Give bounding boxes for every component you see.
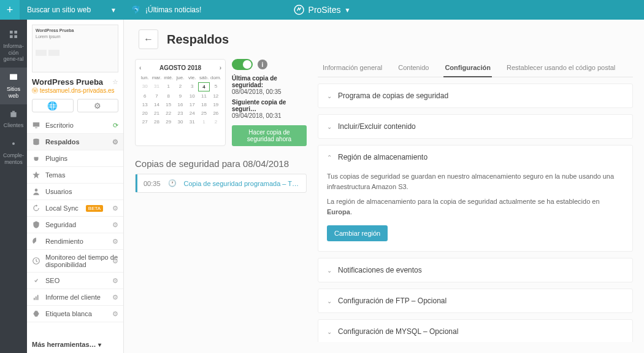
panel-include-head[interactable]: ⌄Incluir/Excluir contenido <box>318 115 632 138</box>
nav-security[interactable]: Seguridad⚙ <box>27 217 123 233</box>
calendar-day[interactable]: 25 <box>198 109 209 117</box>
nav-performance[interactable]: Rendimiento⚙ <box>27 233 123 250</box>
calendar-day[interactable]: 1 <box>198 118 209 126</box>
nav-desktop[interactable]: Escritorio⟳ <box>27 117 123 134</box>
calendar-day[interactable]: 1 <box>163 82 174 91</box>
panel-storage-head[interactable]: ⌃Región de almacenamiento <box>318 145 632 169</box>
add-button[interactable]: + <box>0 0 20 20</box>
calendar-dow: vie. <box>186 74 197 82</box>
rail-label: Comple-mentos <box>1 152 26 166</box>
chevron-down-icon: ⌄ <box>327 93 332 99</box>
news-banner[interactable]: 🐬 ¡Últimas noticias! <box>124 6 209 14</box>
backup-toggle[interactable] <box>232 59 253 70</box>
star-icon[interactable]: ☆ <box>112 78 118 86</box>
calendar-day[interactable]: 27 <box>139 118 150 126</box>
calendar-day[interactable]: 30 <box>175 118 186 126</box>
more-tools[interactable]: Más herramientas… ▾ <box>27 336 123 353</box>
nav-report[interactable]: Informe del cliente⚙ <box>27 289 123 306</box>
backup-now-button[interactable]: Hacer copia de seguridad ahora <box>232 125 307 146</box>
nav-themes[interactable]: Temas <box>27 167 123 184</box>
calendar-next[interactable]: › <box>220 64 221 71</box>
calendar-day[interactable]: 8 <box>163 92 174 100</box>
calendar-prev[interactable]: ‹ <box>139 64 141 71</box>
nav-uptime[interactable]: Monitoreo del tiempo de disponibilidad⚙ <box>27 250 123 273</box>
nav-users[interactable]: Usuarios <box>27 184 123 200</box>
nav-backups[interactable]: Respaldos⚙ <box>27 134 123 150</box>
nav-whitelabel[interactable]: Etiqueta blanca⚙ <box>27 306 123 322</box>
calendar-day[interactable]: 21 <box>151 109 162 117</box>
backup-time: 00:35 <box>144 180 161 187</box>
gear-icon[interactable]: ⚙ <box>112 221 118 229</box>
calendar-day[interactable]: 28 <box>151 118 162 126</box>
calendar-day[interactable]: 4 <box>198 82 209 91</box>
rail-item-overview[interactable]: Informa-ción gene-ral <box>0 25 27 68</box>
calendar-day[interactable]: 29 <box>163 118 174 126</box>
nav-local-sync[interactable]: Local SyncBETA⚙ <box>27 200 123 217</box>
tab-restore[interactable]: Restablecer usando el código postal <box>505 59 616 77</box>
calendar-day[interactable]: 22 <box>163 109 174 117</box>
calendar-day[interactable]: 14 <box>151 101 162 109</box>
calendar-day[interactable]: 18 <box>198 101 209 109</box>
backup-desc: Copia de seguridad programada – T… <box>184 180 299 187</box>
calendar-day[interactable]: 19 <box>210 101 221 109</box>
panel-schedule-head[interactable]: ⌄Programa de copias de seguridad <box>318 84 632 107</box>
tab-overview[interactable]: Información general <box>321 59 383 77</box>
gear-icon[interactable]: ⚙ <box>112 138 118 146</box>
change-region-button[interactable]: Cambiar región <box>327 225 388 241</box>
gear-icon[interactable]: ⚙ <box>112 293 118 301</box>
nav-plugins[interactable]: Plugins <box>27 150 123 167</box>
calendar-day[interactable]: 9 <box>175 92 186 100</box>
gear-icon[interactable]: ⚙ <box>112 310 118 318</box>
gear-icon[interactable]: ⚙ <box>112 277 118 285</box>
panel-mysql-head[interactable]: ⌄Configuración de MYSQL – Opcional <box>318 320 632 342</box>
panel-ftp-head[interactable]: ⌄Configuración de FTP – Opcional <box>318 289 632 312</box>
calendar-day[interactable]: 31 <box>151 82 162 91</box>
rail-item-addons[interactable]: Comple-mentos <box>0 134 27 170</box>
panel-events-head[interactable]: ⌄Notificaciones de eventos <box>318 258 632 282</box>
rail-item-sites[interactable]: Sitios web <box>0 68 27 104</box>
clock-icon: 🕐 <box>168 179 177 187</box>
calendar-day[interactable]: 23 <box>175 109 186 117</box>
calendar-day[interactable]: 6 <box>139 92 150 100</box>
back-button[interactable]: ← <box>139 29 158 49</box>
site-thumbnail[interactable]: WordPress Prueba Lorem ipsum <box>32 25 118 72</box>
info-icon[interactable]: i <box>258 60 267 69</box>
calendar-day[interactable]: 24 <box>186 109 197 117</box>
calendar-day[interactable]: 5 <box>210 82 221 91</box>
site-search-dropdown[interactable]: Buscar un sitio web ▼ <box>20 6 124 14</box>
site-action-2[interactable]: ⚙ <box>77 99 119 112</box>
nav-seo[interactable]: SEO⚙ <box>27 273 123 289</box>
gear-icon[interactable]: ⚙ <box>112 257 118 265</box>
last-backup-label: Última copia de seguridad: <box>232 75 307 88</box>
calendar-day[interactable]: 13 <box>139 101 150 109</box>
rail-item-clients[interactable]: Clientes <box>0 104 27 134</box>
calendar-day[interactable]: 15 <box>163 101 174 109</box>
panel-events: ⌄Notificaciones de eventos <box>318 258 633 282</box>
calendar-day[interactable]: 2 <box>175 82 186 91</box>
chevron-down-icon: ⌄ <box>327 298 332 305</box>
calendar-day[interactable]: 2 <box>210 118 221 126</box>
next-backup-value: 09/04/2018, 00:31 <box>232 112 307 119</box>
gear-icon[interactable]: ⚙ <box>112 238 118 246</box>
calendar-day[interactable]: 12 <box>210 92 221 100</box>
app-logo[interactable]: ProSites ▼ <box>294 4 351 15</box>
calendar-day[interactable]: 16 <box>175 101 186 109</box>
site-action-1[interactable]: 🌐 <box>32 99 74 112</box>
chevron-down-icon: ⌄ <box>327 123 332 130</box>
calendar-day[interactable]: 3 <box>186 82 197 91</box>
calendar-day[interactable]: 26 <box>210 109 221 117</box>
calendar-day[interactable]: 10 <box>186 92 197 100</box>
tab-content[interactable]: Contenido <box>397 59 430 77</box>
site-url[interactable]: ⓦ testsamuel.dns-privadas.es <box>27 87 123 99</box>
calendar-day[interactable]: 20 <box>139 109 150 117</box>
gear-icon[interactable]: ⚙ <box>112 204 118 212</box>
calendar-day[interactable]: 30 <box>139 82 150 91</box>
tab-config[interactable]: Configuración <box>443 59 492 77</box>
panel-schedule: ⌄Programa de copias de seguridad <box>318 83 633 108</box>
calendar-day[interactable]: 31 <box>186 118 197 126</box>
refresh-icon[interactable]: ⟳ <box>113 122 118 130</box>
backup-entry[interactable]: 00:35 🕐 Copia de seguridad programada – … <box>136 174 306 192</box>
calendar-day[interactable]: 17 <box>186 101 197 109</box>
calendar-day[interactable]: 7 <box>151 92 162 100</box>
calendar-day[interactable]: 11 <box>198 92 209 100</box>
